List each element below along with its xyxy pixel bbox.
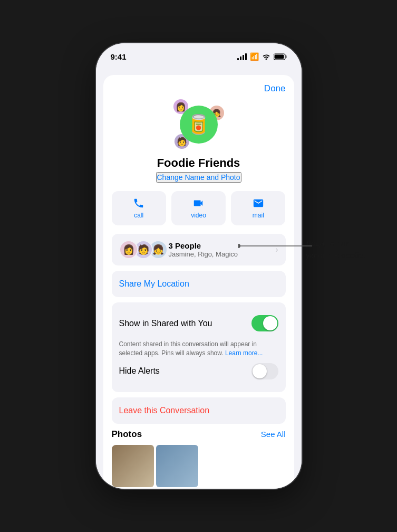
photo-thumb-1 <box>112 445 154 487</box>
phone-icon <box>133 197 144 209</box>
show-shared-label: Show in Shared with You <box>119 319 212 328</box>
show-shared-row: Show in Shared with You <box>119 310 278 337</box>
main-card: Done 👩 🧑 👧 <box>103 75 294 489</box>
battery-icon <box>274 53 287 60</box>
video-icon <box>192 197 204 209</box>
avatar-main: 🥫 <box>180 106 218 144</box>
annotation-text: Додајте или уклоните особе. <box>306 238 365 261</box>
done-button[interactable]: Done <box>264 83 286 94</box>
svg-rect-4 <box>274 54 284 59</box>
photos-strip <box>112 445 286 487</box>
action-buttons: call video mail <box>112 191 286 225</box>
toggle-knob-2 <box>253 364 267 378</box>
video-label: video <box>191 212 206 219</box>
see-all-button[interactable]: See All <box>261 430 286 439</box>
group-name: Foodie Friends <box>157 156 240 170</box>
status-time: 9:41 <box>111 52 127 61</box>
share-location-button[interactable]: Share My Location <box>112 271 286 297</box>
people-avatar-1: 👩 <box>119 240 138 259</box>
photos-title: Photos <box>112 429 142 440</box>
people-avatars: 👩 🧑 👧 <box>119 240 163 259</box>
chevron-right-icon: › <box>275 245 278 254</box>
svg-rect-3 <box>286 55 287 58</box>
signal-icon <box>237 53 247 60</box>
call-label: call <box>134 212 143 219</box>
wifi-icon <box>262 53 270 60</box>
change-name-button[interactable]: Change Name and Photo <box>156 172 241 183</box>
people-row[interactable]: 👩 🧑 👧 3 People Jasmine, Rigo, Magico <box>112 234 286 265</box>
mail-icon <box>253 197 264 209</box>
status-bar: 9:41 📶 <box>96 43 302 70</box>
call-button[interactable]: call <box>112 191 166 225</box>
leave-conversation-button[interactable]: Leave this Conversation <box>112 397 286 424</box>
mail-label: mail <box>253 212 264 219</box>
people-names: Jasmine, Rigo, Magico <box>169 250 276 258</box>
people-count: 3 People <box>169 241 276 250</box>
hide-alerts-toggle[interactable] <box>251 363 278 379</box>
hide-alerts-row: Hide Alerts <box>119 358 278 385</box>
photo-thumb-2 <box>156 445 198 487</box>
toggle-knob <box>263 316 277 330</box>
group-header: 👩 🧑 👧 🥫 Foodie Friends <box>112 98 286 183</box>
show-shared-card: Show in Shared with You Content shared i… <box>112 302 286 392</box>
avatar-cluster: 👩 🧑 👧 🥫 <box>172 98 225 151</box>
show-shared-toggle[interactable] <box>251 315 278 331</box>
show-shared-description: Content shared in this conversation will… <box>119 340 278 358</box>
learn-more-link[interactable]: Learn more... <box>225 349 263 357</box>
group-emoji: 🥫 <box>187 115 210 134</box>
hide-alerts-label: Hide Alerts <box>119 366 160 376</box>
video-button[interactable]: video <box>171 191 226 225</box>
people-info: 3 People Jasmine, Rigo, Magico <box>169 241 276 258</box>
status-icons: 📶 <box>237 52 287 61</box>
wifi-icon: 📶 <box>250 52 259 61</box>
done-row: Done <box>112 83 286 94</box>
photos-header: Photos See All <box>112 429 286 440</box>
phone-frame: 9:41 📶 <box>96 43 302 489</box>
screen-content: Done 👩 🧑 👧 <box>96 70 302 489</box>
mail-button[interactable]: mail <box>231 191 285 225</box>
